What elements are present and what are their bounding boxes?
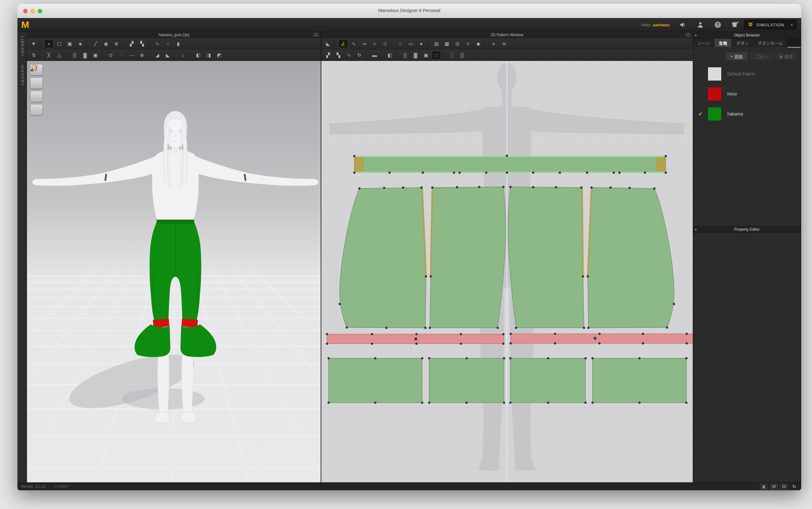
show-sewing-toggle[interactable]: ∷ — [432, 51, 441, 60]
edit-curve-point-tool[interactable]: ↝ — [359, 39, 369, 48]
transform-pattern-tool[interactable]: ◣ — [323, 39, 333, 48]
fabric-row[interactable]: ✓ hakama — [693, 104, 801, 124]
edit-sewing-tool[interactable]: ↻ — [355, 51, 364, 60]
object-browser-tab[interactable]: ボタンホール — [753, 39, 787, 47]
sew-mn-tool[interactable]: ▣ — [91, 51, 100, 60]
view-2d-button[interactable]: 2D — [780, 484, 788, 489]
seg-sewing-tool[interactable]: ▒ — [400, 51, 410, 60]
add-garment-icon[interactable] — [731, 21, 739, 29]
measure-ruler-tool[interactable]: ▮ — [174, 39, 183, 48]
iron-tool[interactable]: ▬ — [370, 51, 379, 60]
flatten-left-tool[interactable]: ◢ — [152, 51, 162, 60]
tack-on-avatar-tool[interactable]: ⊕ — [112, 39, 121, 48]
fabric-row[interactable]: himo — [693, 84, 801, 104]
reset-view-button[interactable]: ↻ — [790, 484, 798, 489]
object-browser-tab[interactable]: ボタン — [732, 39, 753, 47]
zipper-tool[interactable]: ↕ — [178, 51, 188, 60]
view-3d-button[interactable]: 3D — [770, 484, 778, 489]
measure-tape-tool[interactable]: ∿ — [152, 39, 162, 48]
edit-seam-tool[interactable]: ◇ — [380, 39, 390, 48]
edit-curvature-tool[interactable]: ∿ — [349, 39, 358, 48]
flatten-right-tool[interactable]: ◣ — [163, 51, 173, 60]
measure-circumference-tool[interactable]: ○ — [163, 39, 173, 48]
pleats-fold-tool[interactable]: ≡ — [489, 39, 498, 48]
pattern-cuff-2[interactable] — [429, 358, 504, 403]
title-bar: Marvelous Designer 6 Personal — [17, 4, 801, 18]
pattern-panel-3[interactable] — [508, 187, 584, 328]
polygon-tool[interactable]: ⌂ — [395, 39, 405, 48]
inner-dart-tool[interactable]: ◆ — [473, 39, 483, 48]
collapse-arrow-icon[interactable]: ▸ — [695, 33, 697, 37]
divider — [787, 22, 787, 28]
inner-ellipse-tool[interactable]: ◎ — [453, 39, 462, 48]
simulation-dropdown-caret[interactable]: ▾ — [791, 23, 793, 27]
select-move-tool[interactable]: + — [44, 39, 54, 48]
pin-box-tool[interactable]: ◉ — [101, 39, 111, 48]
toggle-avatar-button[interactable] — [30, 77, 43, 89]
grading-tool[interactable]: ░ — [447, 51, 456, 60]
コピー[interactable]: コピー — [750, 52, 773, 61]
undock-icon[interactable]: ◳ — [686, 33, 690, 36]
toggle-avatar-appearance-button[interactable] — [30, 104, 43, 115]
object-browser-tab[interactable]: シーン — [693, 39, 714, 47]
garment-fit-c-tool[interactable]: ◩ — [214, 51, 224, 60]
select-lasso-tool[interactable]: ◈ — [75, 39, 85, 48]
buttonhole-tool[interactable]: ◌ — [116, 51, 126, 60]
pattern-panel-4[interactable] — [588, 188, 674, 328]
toggle-texture-button[interactable] — [30, 91, 43, 102]
pattern-panel-2[interactable] — [430, 187, 505, 328]
sound-icon[interactable] — [679, 21, 687, 29]
simulation-button[interactable]: SIMULATION ▾ — [744, 20, 797, 30]
rectangle-tool[interactable]: ▭ — [406, 39, 416, 48]
undock-icon[interactable]: ◳ — [314, 33, 318, 36]
pattern-cuff-1[interactable] — [329, 358, 422, 403]
edit-pattern-tool[interactable]: ∠ — [339, 39, 348, 48]
garment-fit-a-tool[interactable]: ◧ — [193, 51, 203, 60]
grading-edit-tool[interactable]: ▒ — [457, 51, 467, 60]
left-rail-tab[interactable]: HISTORY — [20, 65, 25, 86]
select-mesh-tool[interactable]: ▣ — [65, 39, 75, 48]
help-icon[interactable]: ? — [714, 21, 722, 29]
show-garment-toggle[interactable]: ◧ — [385, 51, 395, 60]
sew-segment-tool[interactable]: ▓ — [80, 51, 90, 60]
garment-fit-b-tool[interactable]: ◨ — [204, 51, 213, 60]
mn-sewing-tool[interactable]: ▣ — [421, 51, 431, 60]
free-sewing-tool[interactable]: ▓ — [411, 51, 420, 60]
avatar-pose-tool[interactable]: ⇅ — [29, 51, 38, 60]
left-rail-tab[interactable]: LIBRARY — [20, 36, 25, 57]
lock-stitch-tool[interactable]: ⊗ — [137, 51, 147, 60]
2d-pattern-canvas[interactable] — [321, 61, 693, 482]
pleats-sew-tool[interactable]: ≋ — [499, 39, 509, 48]
ellipse-tool[interactable]: ● — [417, 39, 426, 48]
button-tool[interactable]: ⊙ — [106, 51, 115, 60]
fabric-row[interactable]: Default Fabric — [693, 64, 801, 84]
pattern-himo-strip-right[interactable] — [511, 334, 693, 343]
fold-arrangement-tool[interactable]: ▞ — [127, 39, 136, 48]
適用[interactable]: ▣適用 — [775, 52, 798, 61]
inner-rectangle-tool[interactable]: ▦ — [442, 39, 452, 48]
pin-tool[interactable]: ╱ — [91, 39, 100, 48]
wind-controller-tool[interactable]: ▚ — [137, 39, 147, 48]
account-icon[interactable] — [696, 21, 704, 29]
pinch-tool[interactable]: ╳ — [44, 51, 54, 60]
inner-polygon-tool[interactable]: ▤ — [432, 39, 441, 48]
attach-button-tool[interactable]: — — [127, 51, 136, 60]
add-point-tool[interactable]: + — [370, 39, 379, 48]
select-rectangle-tool[interactable]: ▢ — [55, 39, 64, 48]
追加[interactable]: +追加 — [725, 52, 748, 61]
sew-free-tool[interactable]: ▒ — [70, 51, 79, 60]
simulate-tool[interactable]: ▼ — [29, 39, 38, 48]
free-sew-tool[interactable]: ▚ — [334, 51, 343, 60]
mn-segment-sew-tool[interactable]: ∿ — [344, 51, 354, 60]
split-view-button[interactable]: ▥ — [760, 484, 768, 489]
pattern-cuff-3[interactable] — [510, 358, 586, 403]
segment-sew-tool[interactable]: ▞ — [323, 51, 333, 60]
collapse-arrow-icon[interactable]: ▸ — [695, 228, 697, 231]
pattern-panel-1[interactable] — [340, 188, 426, 328]
object-browser-tab[interactable]: 生地 — [714, 39, 732, 47]
dart-tool[interactable]: ◊ — [463, 39, 472, 48]
tweak-tool[interactable]: △ — [55, 51, 64, 60]
3d-viewport-canvas[interactable] — [27, 61, 321, 482]
pattern-waistband[interactable] — [354, 156, 666, 173]
pattern-cuff-4[interactable] — [593, 358, 686, 403]
